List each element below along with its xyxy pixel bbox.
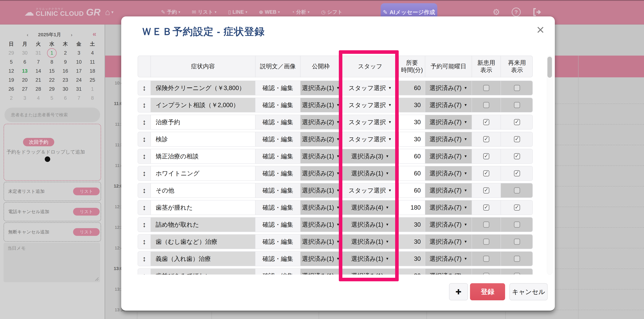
duration-input[interactable]: 30: [399, 217, 425, 232]
logout-icon[interactable]: [532, 8, 541, 17]
app-logo[interactable]: ☁ クリニッククラウド CLINIC CLOUD GR ⌂ ▾: [24, 1, 114, 23]
open-slots-dropdown[interactable]: 選択済み(1)▼: [300, 252, 342, 266]
new-patient-checkbox[interactable]: [483, 187, 489, 193]
calendar-day[interactable]: 14: [32, 67, 45, 76]
calendar-day[interactable]: 25: [86, 76, 99, 85]
calendar-day[interactable]: 2: [4, 94, 18, 103]
calendar-day[interactable]: 1: [86, 85, 99, 94]
nav-item-6[interactable]: ◷シフト: [321, 9, 342, 16]
drag-handle-icon[interactable]: ↕: [142, 101, 146, 109]
calendar-day[interactable]: 30: [58, 85, 72, 94]
new-patient-checkbox[interactable]: [483, 273, 489, 274]
next-reservation-button[interactable]: 次回予約: [23, 138, 54, 146]
calendar-day[interactable]: 19: [4, 76, 18, 85]
duration-input[interactable]: 30: [399, 132, 425, 146]
calendar-day[interactable]: 8: [86, 94, 99, 103]
help-icon[interactable]: ?: [512, 8, 521, 17]
new-patient-checkbox[interactable]: [483, 204, 489, 211]
list-button[interactable]: リスト: [73, 228, 100, 236]
duration-input[interactable]: 30: [399, 98, 425, 112]
duration-input[interactable]: 30: [399, 115, 425, 129]
calendar-day[interactable]: 3: [18, 94, 32, 103]
edit-button[interactable]: 確認・編集: [256, 166, 300, 180]
new-patient-checkbox[interactable]: [483, 136, 489, 142]
calendar-day[interactable]: 5: [45, 94, 58, 103]
open-slots-dropdown[interactable]: 選択済み(1)▼: [300, 149, 342, 163]
symptom-input[interactable]: 歯並びをみてほしい: [151, 269, 256, 274]
close-icon[interactable]: ×: [536, 23, 544, 37]
weekday-dropdown[interactable]: 選択済み(7)▼: [425, 132, 472, 146]
weekday-dropdown[interactable]: 選択済み(7)▼: [425, 200, 472, 215]
edit-button[interactable]: 確認・編集: [256, 132, 300, 146]
drag-handle-icon[interactable]: ↕: [142, 237, 146, 246]
edit-button[interactable]: 確認・編集: [256, 183, 300, 197]
edit-button[interactable]: 確認・編集: [256, 98, 300, 112]
open-slots-dropdown[interactable]: 選択済み(1)▼: [300, 183, 342, 197]
patient-search-input[interactable]: [4, 108, 100, 122]
list-button[interactable]: リスト: [73, 188, 100, 195]
open-slots-dropdown[interactable]: 選択済み(2)▼: [300, 115, 342, 129]
home-icon[interactable]: ⌂: [105, 7, 110, 17]
returning-checkbox[interactable]: [514, 136, 520, 142]
sidebar-collapse-icon[interactable]: «: [92, 30, 96, 38]
calendar-day[interactable]: 18: [86, 67, 99, 76]
duration-input[interactable]: 180: [399, 200, 425, 215]
gear-icon[interactable]: ⚙: [492, 7, 500, 17]
calendar-day[interactable]: 23: [58, 76, 72, 85]
calendar-day[interactable]: 21: [32, 76, 45, 85]
calendar-day[interactable]: 6: [18, 58, 32, 67]
modal-scrollbar-track[interactable]: [547, 56, 552, 275]
duration-input[interactable]: 30: [399, 269, 425, 274]
returning-checkbox[interactable]: [514, 273, 520, 274]
returning-checkbox[interactable]: [514, 119, 520, 125]
open-slots-dropdown[interactable]: 選択済み(1)▼: [300, 200, 342, 215]
calendar-day[interactable]: 31: [32, 49, 45, 58]
calendar-next-button[interactable]: ›: [71, 32, 72, 38]
nav-item-3[interactable]: ▯LINE▾: [228, 9, 247, 15]
open-slots-dropdown[interactable]: 選択済み(1)▼: [300, 217, 342, 232]
symptom-input[interactable]: 治療予約: [151, 115, 256, 129]
calendar-day[interactable]: 9: [58, 58, 72, 67]
returning-checkbox[interactable]: [514, 153, 520, 159]
weekday-dropdown[interactable]: 選択済み(7)▼: [425, 166, 472, 180]
drag-handle-icon[interactable]: ↕: [142, 220, 146, 229]
open-slots-dropdown[interactable]: 選択済み(2)▼: [300, 132, 342, 146]
calendar-day[interactable]: 17: [72, 67, 86, 76]
edit-button[interactable]: 確認・編集: [256, 269, 300, 274]
weekday-dropdown[interactable]: 選択済み(7)▼: [425, 217, 472, 232]
calendar-day[interactable]: 7: [72, 94, 86, 103]
calendar-day[interactable]: 30: [18, 49, 32, 58]
duration-input[interactable]: 60: [399, 81, 425, 95]
symptom-input[interactable]: 歯（むし歯など）治療: [151, 235, 256, 249]
day-memo-textarea[interactable]: 当日メモ: [4, 243, 100, 282]
calendar-prev-button[interactable]: ‹: [27, 32, 28, 38]
calendar-day[interactable]: 4: [86, 49, 99, 58]
open-slots-dropdown[interactable]: 選択済み(1)▼: [300, 269, 342, 274]
modal-scrollbar-thumb[interactable]: [548, 57, 552, 78]
list-button[interactable]: リスト: [73, 208, 100, 216]
weekday-dropdown[interactable]: 選択済み(7)▼: [425, 183, 472, 197]
duration-input[interactable]: 60: [399, 183, 425, 197]
calendar-day[interactable]: 29: [4, 49, 18, 58]
symptom-input[interactable]: 詰め物が取れた: [151, 217, 256, 232]
resize-handle-icon[interactable]: [95, 277, 99, 281]
calendar-day[interactable]: 7: [32, 58, 45, 67]
nav-item-1[interactable]: ✎予約▾: [161, 9, 180, 16]
new-patient-checkbox[interactable]: [483, 221, 489, 228]
calendar-day[interactable]: 28: [32, 85, 45, 94]
duration-input[interactable]: 60: [399, 166, 425, 180]
calendar-day[interactable]: 6: [58, 94, 72, 103]
returning-checkbox[interactable]: [514, 85, 520, 91]
symptom-input[interactable]: ホワイトニング: [151, 166, 256, 180]
weekday-dropdown[interactable]: 選択済み(7)▼: [425, 149, 472, 163]
symptom-input[interactable]: 検診: [151, 132, 256, 146]
edit-button[interactable]: 確認・編集: [256, 149, 300, 163]
edit-button[interactable]: 確認・編集: [256, 200, 300, 215]
calendar-day[interactable]: 11: [86, 58, 99, 67]
returning-checkbox[interactable]: [514, 239, 520, 245]
edit-button[interactable]: 確認・編集: [256, 252, 300, 266]
calendar-day[interactable]: 29: [45, 85, 58, 94]
calendar-day[interactable]: 5: [4, 58, 18, 67]
nav-item-2[interactable]: ✉リスト▾: [192, 9, 216, 16]
symptom-input[interactable]: インプラント相談（￥2,000）: [151, 98, 256, 112]
